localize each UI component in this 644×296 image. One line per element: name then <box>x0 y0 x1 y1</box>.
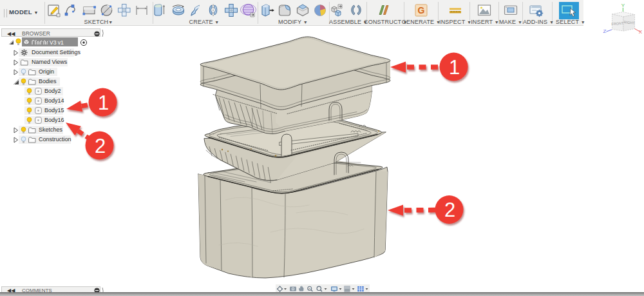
svg-text:Y: Y <box>621 3 625 8</box>
svg-text:1: 1 <box>449 56 460 79</box>
svg-text:2: 2 <box>95 135 106 157</box>
svg-text:2: 2 <box>444 199 455 221</box>
svg-text:+: + <box>308 287 310 290</box>
svg-text:X: X <box>639 29 643 35</box>
svg-text:1: 1 <box>98 92 109 114</box>
svg-text:Z: Z <box>603 28 607 34</box>
